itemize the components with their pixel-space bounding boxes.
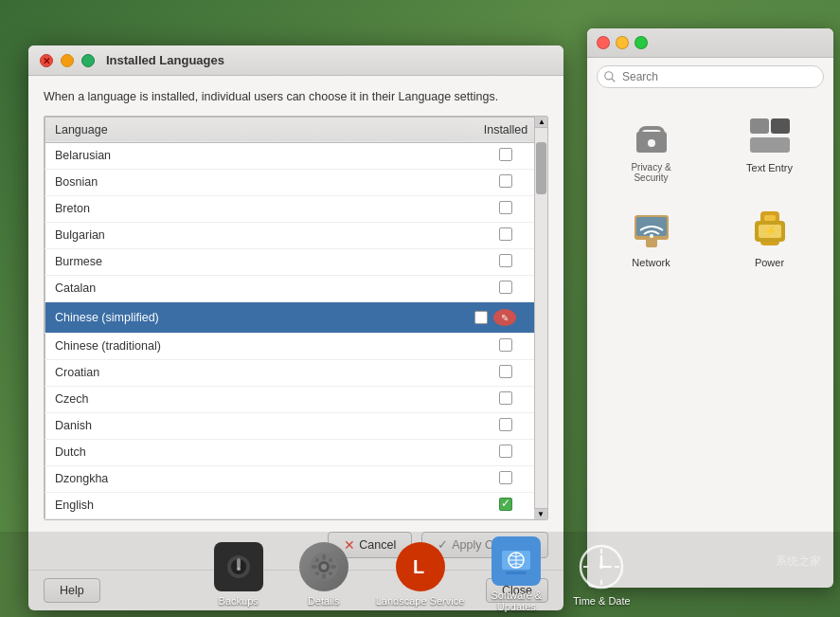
sidebar-item-privacy[interactable]: Privacy &Security xyxy=(597,105,706,191)
language-name-cell: Chinese (traditional) xyxy=(45,333,466,359)
language-checkbox[interactable] xyxy=(499,201,512,214)
taskbar-item-backups[interactable]: Backups xyxy=(206,542,272,607)
language-checkbox[interactable] xyxy=(474,311,488,324)
language-checkbox[interactable] xyxy=(499,471,512,484)
table-header: Language Installed xyxy=(45,117,547,142)
language-name-cell: Czech xyxy=(45,386,466,412)
svg-rect-26 xyxy=(322,573,326,579)
language-table: Language Installed BelarusianBosnianBret… xyxy=(45,117,547,519)
taskbar-item-software[interactable]: Software &Updates xyxy=(483,536,549,612)
table-row[interactable]: English xyxy=(45,492,547,518)
language-table-body: BelarusianBosnianBretonBulgarianBurmeseC… xyxy=(45,142,547,518)
language-checkbox[interactable] xyxy=(499,281,512,294)
settings-panel: Privacy &Security Text Entry xyxy=(587,28,833,588)
language-checkbox[interactable] xyxy=(499,498,512,511)
settings-close-button[interactable] xyxy=(597,36,610,49)
language-name-cell: Dutch xyxy=(45,439,466,465)
svg-rect-27 xyxy=(312,565,317,569)
scroll-thumb[interactable] xyxy=(536,142,546,194)
svg-point-21 xyxy=(237,567,241,571)
table-row[interactable]: Chinese (traditional) xyxy=(45,333,547,359)
settings-search-area xyxy=(587,58,833,96)
text-entry-label: Text Entry xyxy=(746,162,793,173)
scroll-track xyxy=(535,128,547,508)
table-row[interactable]: Burmese xyxy=(45,248,547,275)
taskbar-item-landscape[interactable]: L Landscape Service xyxy=(376,542,465,607)
privacy-label: Privacy &Security xyxy=(631,162,670,183)
timedate-icon xyxy=(577,542,626,591)
language-name-cell: Belarusian xyxy=(45,142,466,169)
search-input[interactable] xyxy=(597,65,824,88)
dialog-description: When a language is installed, individual… xyxy=(28,76,563,116)
language-checkbox[interactable] xyxy=(499,227,512,241)
language-checkbox[interactable] xyxy=(499,445,512,458)
svg-point-10 xyxy=(650,234,653,238)
software-updates-icon xyxy=(491,536,541,586)
language-name-cell: Burmese xyxy=(45,248,466,275)
settings-panel-titlebar xyxy=(587,28,833,58)
installed-languages-dialog: ✕ Installed Languages When a language is… xyxy=(28,45,563,610)
dialog-minimize-button[interactable] xyxy=(61,54,74,67)
table-row[interactable]: Catalan xyxy=(45,275,547,301)
power-icon: ⚡ xyxy=(747,208,793,253)
language-name-cell: English xyxy=(45,492,466,518)
dialog-language-table-container: Language Installed BelarusianBosnianBret… xyxy=(28,116,563,520)
language-name-cell: Bulgarian xyxy=(45,222,466,248)
svg-text:✎: ✎ xyxy=(501,313,509,323)
language-checkbox[interactable] xyxy=(499,254,512,267)
settings-icons-grid: Privacy &Security Text Entry xyxy=(587,96,833,588)
network-label: Network xyxy=(632,257,670,268)
scroll-down-arrow[interactable]: ▼ xyxy=(534,508,547,519)
language-table-wrapper: Language Installed BelarusianBosnianBret… xyxy=(44,116,548,520)
sidebar-item-text-entry[interactable]: Text Entry xyxy=(715,105,824,191)
taskbar-item-timedate[interactable]: Time & Date xyxy=(568,542,634,607)
language-checkbox[interactable] xyxy=(499,418,512,431)
software-updates-label: Software &Updates xyxy=(491,590,542,612)
language-name-cell: Catalan xyxy=(45,275,466,301)
table-row[interactable]: Danish xyxy=(45,412,547,439)
language-checkbox[interactable] xyxy=(499,174,512,188)
language-name-cell: Bosnian xyxy=(45,169,466,195)
svg-rect-5 xyxy=(750,137,790,153)
table-row[interactable]: Bulgarian xyxy=(45,222,547,248)
language-name-cell: Chinese (simplified) xyxy=(45,301,466,333)
dialog-close-button[interactable]: ✕ xyxy=(40,54,53,67)
sidebar-item-power[interactable]: ⚡ Power xyxy=(715,200,824,276)
svg-rect-25 xyxy=(322,554,326,560)
table-row[interactable]: Czech xyxy=(45,386,547,412)
language-checkbox[interactable] xyxy=(499,338,512,352)
network-icon xyxy=(629,208,674,253)
settings-maximize-button[interactable] xyxy=(634,36,648,49)
table-row[interactable]: Breton xyxy=(45,195,547,222)
svg-point-2 xyxy=(648,139,655,147)
svg-text:L: L xyxy=(413,556,424,577)
table-row[interactable]: Belarusian xyxy=(45,142,547,169)
language-checkbox[interactable] xyxy=(499,365,512,378)
svg-rect-12 xyxy=(764,215,776,221)
svg-rect-3 xyxy=(750,118,769,134)
table-row[interactable]: Croatian xyxy=(45,359,547,386)
dialog-title: Installed Languages xyxy=(106,53,224,67)
table-row[interactable]: Dzongkha xyxy=(45,465,547,492)
details-icon xyxy=(299,542,349,591)
dialog-maximize-button[interactable] xyxy=(81,54,95,67)
table-row[interactable]: Chinese (simplified) ✎ xyxy=(45,301,547,333)
language-checkbox[interactable] xyxy=(499,148,512,161)
sidebar-item-network[interactable]: Network xyxy=(597,200,706,276)
table-row[interactable]: Dutch xyxy=(45,439,547,465)
watermark: 系统之家 xyxy=(776,553,821,570)
svg-text:⚡: ⚡ xyxy=(764,225,777,237)
table-row[interactable]: Bosnian xyxy=(45,169,547,195)
timedate-label: Time & Date xyxy=(573,595,631,607)
settings-minimize-button[interactable] xyxy=(616,36,629,49)
backups-icon xyxy=(214,542,263,591)
language-name-cell: Dzongkha xyxy=(45,465,466,492)
taskbar-item-details[interactable]: Details xyxy=(291,542,357,607)
language-checkbox[interactable] xyxy=(499,391,512,405)
svg-rect-20 xyxy=(237,558,241,568)
col-language-header: Language xyxy=(45,117,466,142)
scrollbar[interactable]: ▲ ▼ xyxy=(534,117,547,519)
scroll-up-arrow[interactable]: ▲ xyxy=(535,117,548,128)
svg-rect-4 xyxy=(771,118,790,134)
details-label: Details xyxy=(308,595,340,607)
